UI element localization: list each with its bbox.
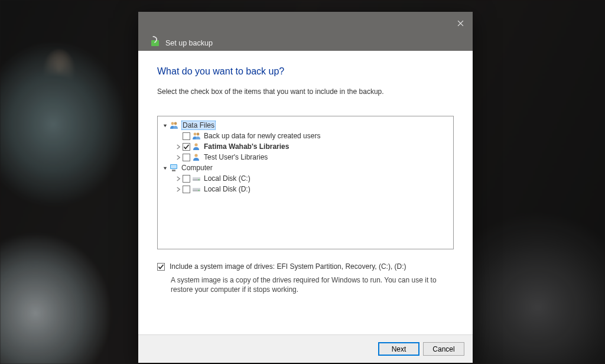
tree-node-data-files[interactable]: Data Files (160, 120, 451, 131)
system-image-label: Include a system image of drives: EFI Sy… (170, 262, 406, 271)
page-heading: What do you want to back up? (157, 66, 454, 77)
dialog-content: What do you want to back up? Select the … (138, 51, 473, 334)
drive-icon (192, 185, 201, 193)
collapse-icon[interactable] (161, 122, 168, 129)
users-icon (192, 132, 201, 140)
cancel-button[interactable]: Cancel (423, 342, 464, 356)
user-icon (192, 142, 201, 151)
svg-rect-10 (171, 165, 177, 168)
expand-icon[interactable] (174, 154, 181, 161)
svg-point-8 (194, 154, 197, 157)
window-title: Set up backup (165, 39, 213, 47)
backup-wizard-icon (151, 38, 161, 46)
next-button[interactable]: Next (378, 342, 419, 356)
user-icon (192, 153, 201, 161)
tree-node-local-disk-d[interactable]: Local Disk (D:) (160, 184, 451, 194)
computer-icon (170, 164, 179, 172)
titlebar: Set up backup (138, 12, 473, 51)
svg-point-0 (171, 122, 174, 125)
checkbox-disk-c[interactable] (183, 175, 190, 183)
svg-rect-14 (193, 177, 200, 179)
tree-label: Test User's Libraries (204, 153, 268, 161)
system-image-option[interactable]: Include a system image of drives: EFI Sy… (157, 262, 454, 271)
checkbox-new-users[interactable] (183, 132, 190, 140)
tree-node-new-users[interactable]: Back up data for newly created users (160, 131, 451, 141)
tree-label: Back up data for newly created users (204, 132, 320, 140)
system-image-description: A system image is a copy of the drives r… (171, 275, 448, 294)
tree-node-computer[interactable]: Computer (160, 162, 451, 173)
svg-rect-12 (183, 175, 190, 182)
users-icon (170, 121, 179, 129)
svg-point-15 (199, 179, 200, 180)
svg-rect-18 (193, 188, 200, 190)
tree-node-local-disk-c[interactable]: Local Disk (C:) (160, 173, 451, 184)
svg-rect-2 (183, 132, 190, 139)
tree-label: Local Disk (C:) (204, 174, 251, 183)
close-icon (457, 20, 464, 27)
checkbox-disk-d[interactable] (183, 186, 190, 193)
checkbox-fatima-libraries[interactable] (183, 143, 190, 151)
backup-wizard-dialog: Set up backup What do you want to back u… (138, 12, 473, 363)
expand-icon[interactable] (174, 143, 181, 150)
svg-point-1 (174, 122, 177, 125)
checkbox-system-image[interactable] (157, 263, 165, 271)
svg-rect-11 (172, 170, 175, 171)
tree-node-test-libraries[interactable]: Test User's Libraries (160, 152, 451, 162)
tree-node-fatima-libraries[interactable]: Fatima Wahab's Libraries (160, 141, 451, 152)
svg-point-19 (199, 190, 200, 191)
backup-items-tree[interactable]: Data Files Back up data for newly create… (157, 116, 454, 249)
tree-label: Computer (181, 164, 213, 172)
tree-label: Local Disk (D:) (204, 185, 251, 193)
svg-point-6 (194, 143, 197, 146)
checkbox-test-libraries[interactable] (183, 154, 190, 161)
svg-point-4 (197, 133, 200, 136)
expand-icon[interactable] (174, 175, 181, 182)
close-button[interactable] (455, 18, 466, 28)
page-subtext: Select the check box of the items that y… (157, 87, 454, 96)
svg-rect-7 (183, 154, 190, 161)
collapse-icon[interactable] (161, 164, 168, 171)
dialog-footer: Next Cancel (138, 334, 473, 363)
drive-icon (192, 174, 201, 183)
tree-label: Data Files (181, 121, 216, 130)
svg-rect-16 (183, 186, 190, 193)
expand-icon[interactable] (174, 186, 181, 193)
tree-label: Fatima Wahab's Libraries (204, 142, 289, 151)
svg-point-3 (194, 133, 197, 136)
